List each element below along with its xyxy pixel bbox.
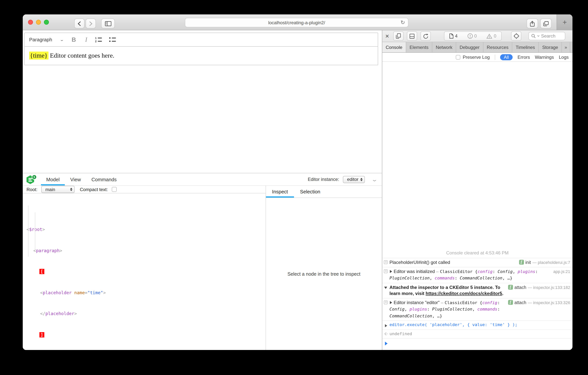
- tree-node[interactable]: </placeholder>: [27, 310, 266, 317]
- console-executed-command[interactable]: editor.execute( 'placeholder', { value: …: [382, 320, 572, 329]
- heading-dropdown[interactable]: Paragraph ⌄: [25, 37, 66, 43]
- element-picker-button[interactable]: [511, 32, 521, 41]
- log-message: PlaceholderUI#init() got called: [389, 259, 516, 266]
- console-result[interactable]: undefined: [382, 329, 572, 338]
- dock-icon: [410, 33, 414, 38]
- editor-instance-label: Editor instance:: [308, 177, 339, 182]
- editor-content[interactable]: {time} Editor content goes here.: [24, 47, 378, 65]
- bulleted-list-button[interactable]: [109, 37, 116, 43]
- close-window-button[interactable]: [28, 20, 33, 25]
- devtools-tab-elements[interactable]: Elements: [406, 42, 432, 52]
- console-log: Console cleared at 4:53:46 PM Placeholde…: [382, 62, 572, 350]
- numbered-list-button[interactable]: 1 2: [95, 37, 102, 43]
- console-entry[interactable]: PlaceholderUI#init() got called f init —…: [382, 258, 572, 267]
- collapse-inspector-button[interactable]: ⌄: [371, 176, 378, 182]
- source-location[interactable]: — inspector.js:133:182: [528, 284, 570, 290]
- devtools-tab-storage[interactable]: Storage: [539, 42, 562, 52]
- resource-count[interactable]: 4: [444, 33, 462, 39]
- more-tabs-button[interactable]: »: [562, 42, 570, 52]
- disclosure-triangle-icon[interactable]: [384, 287, 387, 289]
- dock-button[interactable]: [407, 32, 417, 41]
- bold-button[interactable]: B: [72, 36, 76, 43]
- devtools-tab-debugger[interactable]: Debugger: [456, 42, 483, 52]
- sidebar-icon: [105, 21, 111, 26]
- source-location[interactable]: — inspector.js:133:326: [528, 299, 570, 306]
- filter-logs[interactable]: Logs: [559, 55, 569, 60]
- console-entry[interactable]: Attached the inspector to a CKEditor 5 i…: [382, 283, 572, 298]
- tab-overview-button[interactable]: [540, 19, 552, 28]
- console-entry[interactable]: Editor instance "editor" – ClassicEditor…: [382, 298, 572, 320]
- preserve-log-checkbox[interactable]: [456, 55, 461, 59]
- chevron-right-icon: [89, 21, 93, 26]
- ckeditor: Paragraph ⌄ B I 1 2: [24, 33, 378, 65]
- web-page: Paragraph ⌄ B I 1 2: [23, 30, 382, 350]
- tab-overview-icon: [543, 21, 549, 26]
- numbered-list-icon: 1 2: [95, 37, 102, 43]
- tab-commands[interactable]: Commands: [86, 173, 122, 185]
- svg-text:2: 2: [95, 40, 97, 43]
- devtools-tab-timelines[interactable]: Timelines: [512, 42, 539, 52]
- log-message: Editor was initialized – ClassicEditor {…: [389, 268, 550, 282]
- filter-all[interactable]: All: [500, 54, 513, 60]
- selection-start-marker: [: [27, 268, 266, 275]
- placeholder-widget[interactable]: {time}: [29, 52, 48, 60]
- devtools-tab-network[interactable]: Network: [432, 42, 456, 52]
- filter-errors[interactable]: Errors: [517, 55, 530, 60]
- svg-text:1: 1: [95, 37, 97, 40]
- sidebar-toggle-button[interactable]: [101, 19, 115, 28]
- detach-button[interactable]: [393, 32, 403, 41]
- editor-instance-select[interactable]: editor: [343, 176, 365, 183]
- forward-button[interactable]: [86, 19, 96, 28]
- address-bar[interactable]: localhost/creating-a-plugin2/ ↻: [185, 18, 409, 27]
- warning-count[interactable]: 0: [482, 33, 501, 39]
- indent-guide: [35, 212, 35, 250]
- minimize-window-button[interactable]: [36, 20, 41, 25]
- italic-button[interactable]: I: [85, 36, 87, 44]
- devtools-tab-resources[interactable]: Resources: [483, 42, 512, 52]
- document-icon: [449, 33, 453, 39]
- input-prompt-icon: [384, 340, 389, 345]
- web-inspector: ✕: [382, 30, 572, 350]
- devtools-toolbar: ✕: [382, 30, 572, 42]
- inspect-pane-tabs: Inspect Selection: [266, 186, 382, 198]
- log-location[interactable]: f init — placeholderui.js:7: [519, 259, 570, 266]
- result-value: undefined: [389, 331, 570, 337]
- source-location[interactable]: app.js:21: [553, 268, 570, 275]
- tab-inspect[interactable]: Inspect: [266, 186, 294, 198]
- log-location[interactable]: f attach — inspector.js:133:182: [508, 284, 570, 290]
- reload-page-button[interactable]: [420, 32, 431, 41]
- devtools-tab-console[interactable]: Console: [382, 42, 406, 52]
- console-entry[interactable]: Editor was initialized – ClassicEditor {…: [382, 267, 572, 283]
- log-location[interactable]: app.js:21: [553, 268, 570, 275]
- close-devtools-button[interactable]: ✕: [385, 33, 390, 39]
- compact-text-checkbox[interactable]: [112, 187, 116, 192]
- disclosure-triangle-icon[interactable]: [390, 301, 392, 304]
- source-location[interactable]: — placeholderui.js:7: [533, 259, 570, 266]
- devtools-search-field[interactable]: Search: [528, 32, 565, 40]
- root-select[interactable]: main: [41, 186, 74, 193]
- tab-model[interactable]: Model: [41, 173, 65, 185]
- ckeditor-docs-link[interactable]: https://ckeditor.com/docs/ckeditor5: [426, 291, 502, 296]
- tab-view[interactable]: View: [65, 173, 86, 185]
- preserve-log-toggle[interactable]: Preserve Log: [456, 55, 490, 60]
- tab-selection[interactable]: Selection: [294, 186, 326, 198]
- console-input[interactable]: [382, 338, 572, 350]
- tree-node[interactable]: <placeholder name="time">: [27, 289, 266, 296]
- reload-icon[interactable]: ↻: [401, 19, 405, 25]
- new-tab-button[interactable]: +: [556, 14, 572, 30]
- share-button[interactable]: [527, 19, 538, 28]
- tree-node[interactable]: <$root>: [27, 226, 266, 233]
- log-message: Attached the inspector to a CKEditor 5 i…: [389, 284, 505, 297]
- tree-node[interactable]: <paragraph>: [27, 247, 266, 254]
- ckeditor-inspector: 5 Model View Commands Editor instance: e…: [23, 173, 382, 350]
- zoom-window-button[interactable]: [44, 20, 49, 25]
- back-button[interactable]: [74, 19, 84, 28]
- search-placeholder: Search: [541, 33, 556, 39]
- detach-icon: [396, 33, 401, 39]
- nav-buttons: [74, 19, 96, 28]
- error-count[interactable]: 0: [462, 33, 482, 39]
- log-location[interactable]: f attach — inspector.js:133:326: [508, 299, 570, 306]
- disclosure-triangle-icon[interactable]: [390, 270, 392, 273]
- add-tab-button[interactable]: +: [570, 42, 572, 52]
- filter-warnings[interactable]: Warnings: [535, 55, 554, 60]
